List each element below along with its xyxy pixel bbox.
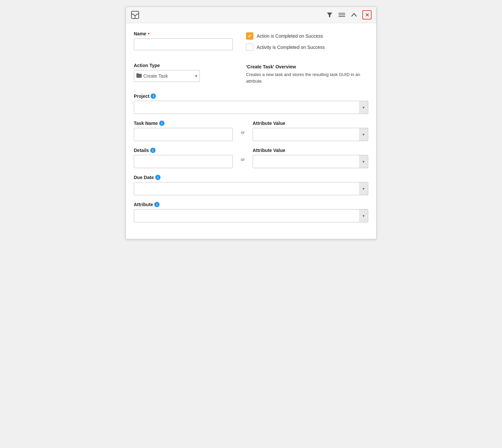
attribute-select[interactable] <box>134 209 368 222</box>
details-input[interactable] <box>134 155 233 168</box>
task-attr-select-wrapper: ▾ <box>253 128 368 141</box>
attribute-info-icon: i <box>154 202 160 207</box>
task-name-input[interactable] <box>134 128 233 141</box>
action-type-row: Action Type Create Task ▾ 'Create Task' … <box>134 63 368 84</box>
attribute-label: Attribute i <box>134 202 368 207</box>
action-type-wrapper: Create Task ▾ <box>134 70 200 82</box>
attr-value-label-1-text: Attribute Value <box>253 121 285 126</box>
overview-title: 'Create Task' Overview <box>246 64 368 69</box>
attr-value-label-2-text: Attribute Value <box>253 148 285 153</box>
task-name-left: Task Name i <box>134 121 233 141</box>
titlebar: ✕ <box>126 7 376 23</box>
details-section: Details i or Attribute Value ▾ <box>134 148 368 168</box>
project-label: Project i <box>134 93 368 99</box>
overview-text: Creates a new task and stores the result… <box>246 71 368 84</box>
name-label-text: Name <box>134 31 146 36</box>
top-row: Name • Action is Completed on Success Ac… <box>134 31 368 55</box>
due-date-label: Due Date i <box>134 175 368 180</box>
app-logo-icon <box>130 10 140 19</box>
menu-icon <box>339 13 345 17</box>
attribute-label-text: Attribute <box>134 202 153 207</box>
action-type-section: Action Type Create Task ▾ <box>134 63 233 82</box>
collapse-icon <box>351 13 357 17</box>
details-right: Attribute Value ▾ <box>253 148 368 168</box>
close-icon: ✕ <box>365 12 369 18</box>
checkboxes-section: Action is Completed on Success Activity … <box>246 31 368 55</box>
due-date-section: Due Date i ▾ <box>134 175 368 195</box>
task-name-label-text: Task Name <box>134 121 158 126</box>
details-label-text: Details <box>134 148 149 153</box>
titlebar-right: ✕ <box>326 10 372 19</box>
action-type-select[interactable]: Create Task <box>134 70 200 82</box>
attr-value-label-2: Attribute Value <box>253 148 368 153</box>
checkbox-row-2: Activity is Completed on Success <box>246 44 368 51</box>
action-completed-checkbox[interactable] <box>246 32 253 40</box>
task-name-label: Task Name i <box>134 121 233 126</box>
checkbox-row-1: Action is Completed on Success <box>246 32 368 40</box>
project-select-wrapper: ▾ <box>134 101 368 114</box>
main-window: ✕ Name • Action is Completed on Success <box>126 7 377 239</box>
details-left: Details i <box>134 148 233 168</box>
attr-value-label-1: Attribute Value <box>253 121 368 126</box>
or-label-2: or <box>241 157 245 162</box>
project-info-icon: i <box>151 93 156 99</box>
due-date-dropdown-button[interactable]: ▾ <box>359 182 368 195</box>
filter-icon <box>327 12 333 18</box>
project-select[interactable] <box>134 101 368 114</box>
details-attr-dropdown-button[interactable]: ▾ <box>359 155 368 168</box>
task-name-section: Task Name i or Attribute Value ▾ <box>134 121 368 141</box>
details-attr-select-wrapper: ▾ <box>253 155 368 168</box>
close-button[interactable]: ✕ <box>362 10 372 19</box>
collapse-button[interactable] <box>350 12 358 18</box>
project-label-text: Project <box>134 93 149 99</box>
project-section: Project i ▾ <box>134 93 368 114</box>
details-or: or <box>233 148 253 162</box>
filter-button[interactable] <box>326 11 333 19</box>
project-dropdown-button[interactable]: ▾ <box>359 101 368 114</box>
form-content: Name • Action is Completed on Success Ac… <box>126 23 376 239</box>
action-completed-label: Action is Completed on Success <box>257 33 323 39</box>
or-label-1: or <box>241 130 245 135</box>
name-section: Name • <box>134 31 233 55</box>
task-attr-dropdown-button[interactable]: ▾ <box>359 128 368 141</box>
due-date-select-wrapper: ▾ <box>134 182 368 195</box>
details-attr-select[interactable] <box>253 155 368 168</box>
task-name-right: Attribute Value ▾ <box>253 121 368 141</box>
attribute-select-wrapper: ▾ <box>134 209 368 222</box>
name-input[interactable] <box>134 38 233 50</box>
due-date-select[interactable] <box>134 182 368 195</box>
overview-section: 'Create Task' Overview Creates a new tas… <box>246 63 368 84</box>
details-info-icon: i <box>150 148 156 153</box>
task-name-info-icon: i <box>159 121 164 126</box>
attribute-dropdown-button[interactable]: ▾ <box>359 209 368 222</box>
svg-marker-2 <box>327 13 332 17</box>
titlebar-left <box>130 10 140 19</box>
activity-completed-label: Activity is Completed on Success <box>257 45 325 50</box>
action-type-label: Action Type <box>134 63 233 68</box>
attribute-section: Attribute i ▾ <box>134 202 368 222</box>
due-date-label-text: Due Date <box>134 175 154 180</box>
action-type-label-text: Action Type <box>134 63 160 68</box>
activity-completed-checkbox[interactable] <box>246 44 253 51</box>
due-date-info-icon: i <box>155 175 161 180</box>
name-label: Name • <box>134 31 233 36</box>
details-label: Details i <box>134 148 233 153</box>
task-attr-select[interactable] <box>253 128 368 141</box>
task-name-or: or <box>233 121 253 135</box>
menu-button[interactable] <box>338 12 346 18</box>
required-indicator: • <box>148 31 150 36</box>
